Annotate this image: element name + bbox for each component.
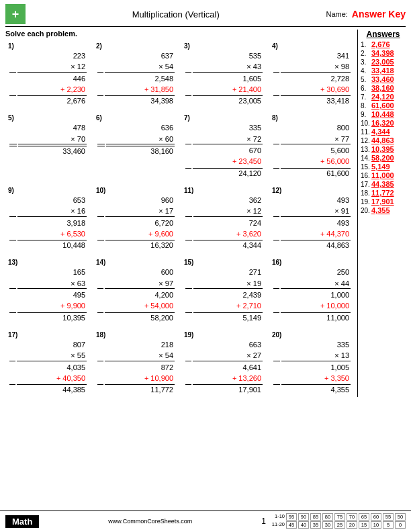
problems-grid: 1) 223 × 12 446 + 2,230 2,676 2) 637 × 5…	[5, 40, 355, 397]
answer-val: 2,676	[371, 40, 390, 48]
problem-2: 2) 637 × 54 2,548 + 31,850 34,398	[93, 40, 179, 108]
problem-5: 5) 478 × 70 33,460	[5, 112, 91, 180]
problem-3: 3) 535 × 43 1,605 + 21,400 23,005	[181, 40, 267, 108]
score-cell: 25	[334, 521, 345, 529]
problem-num-20: 20)	[272, 331, 281, 339]
answer-val: 38,160	[371, 84, 394, 92]
answer-item-13: 13.10,395	[361, 145, 406, 153]
answer-num: 8.	[361, 102, 370, 109]
answer-item-4: 4.33,418	[361, 66, 406, 75]
score-range-1-10: 1-10	[266, 513, 285, 521]
answer-num: 14.	[361, 154, 370, 162]
answer-val: 11,772	[371, 189, 394, 197]
footer-math-label: Math	[5, 515, 39, 528]
problem-num-14: 14)	[96, 259, 105, 266]
answer-val: 23,005	[371, 58, 394, 66]
answer-num: 3.	[361, 58, 370, 66]
answer-num: 13.	[361, 146, 370, 153]
problem-18: 18) 218 × 54 872 + 10,900 11,772	[93, 329, 179, 397]
problem-num-7: 7)	[184, 114, 190, 122]
answer-num: 1.	[361, 41, 370, 48]
problem-7: 7) 335 × 72 670 + 23,450 24,120	[181, 112, 267, 180]
footer-url: www.CommonCoreSheets.com	[39, 518, 261, 525]
answer-item-5: 5.33,460	[361, 75, 406, 83]
answer-item-14: 14.58,200	[361, 154, 406, 162]
answer-num: 19.	[361, 198, 370, 206]
score-cell: 70	[347, 513, 357, 521]
answer-item-2: 2.34,398	[361, 49, 406, 57]
score-cell: 85	[310, 513, 321, 521]
header: + Multiplication (Vertical) Name: Answer…	[5, 4, 406, 27]
answer-num: 7.	[361, 93, 370, 101]
instruction: Solve each problem.	[5, 30, 355, 38]
score-cell: 10	[371, 521, 381, 529]
answer-val: 10,395	[371, 145, 394, 153]
answer-item-12: 12.44,863	[361, 136, 406, 144]
problem-num-8: 8)	[272, 114, 278, 122]
score-cell: 15	[359, 521, 369, 529]
answer-val: 24,120	[371, 93, 394, 101]
score-cell: 20	[347, 521, 357, 529]
answer-item-8: 8.61,600	[361, 101, 406, 109]
problem-num-19: 19)	[184, 331, 193, 339]
score-cell: 75	[334, 513, 345, 521]
problem-num-11: 11)	[184, 187, 193, 194]
answer-num: 5.	[361, 76, 370, 83]
answer-num: 10.	[361, 120, 370, 127]
answer-val: 17,901	[371, 197, 394, 206]
problem-12: 12) 493 × 91 493 + 44,370 44,863	[269, 185, 355, 253]
answer-item-10: 10.16,320	[361, 119, 406, 127]
answer-item-17: 17.44,385	[361, 180, 406, 188]
problem-num-3: 3)	[184, 42, 190, 50]
answer-item-16: 16.11,000	[361, 171, 406, 179]
score-cell: 80	[322, 513, 333, 521]
answer-item-7: 7.24,120	[361, 93, 406, 101]
score-cell: 50	[395, 513, 406, 521]
score-cell: 30	[322, 521, 333, 529]
answer-panel: Answers 1.2,6762.34,3983.23,0054.33,4185…	[357, 30, 406, 397]
answer-item-19: 19.17,901	[361, 197, 406, 206]
page: + Multiplication (Vertical) Name: Answer…	[0, 0, 411, 532]
answer-val: 5,149	[371, 163, 390, 171]
problem-16: 16) 250 × 44 1,000 + 10,000 11,000	[269, 257, 355, 324]
problem-num-18: 18)	[96, 331, 105, 339]
answer-num: 17.	[361, 181, 370, 188]
problem-8: 8) 800 × 77 5,600 + 56,000 61,600	[269, 112, 355, 180]
answer-num: 15.	[361, 163, 370, 171]
problem-num-13: 13)	[8, 259, 17, 266]
problem-num-15: 15)	[184, 259, 193, 266]
answer-val: 4,355	[371, 206, 390, 214]
score-cell: 5	[383, 521, 394, 529]
problem-num-6: 6)	[96, 114, 102, 122]
problem-20: 20) 335 × 13 1,005 + 3,350 4,355	[269, 329, 355, 397]
answer-val: 44,863	[371, 136, 394, 144]
name-label: Name:	[326, 10, 347, 18]
footer: Math www.CommonCoreSheets.com 1 1-109590…	[0, 511, 411, 529]
answer-key-label: Answer Key	[352, 9, 406, 19]
problem-num-12: 12)	[272, 187, 281, 194]
answer-val: 34,398	[371, 49, 394, 57]
answer-item-20: 20.4,355	[361, 206, 406, 214]
answer-val: 44,385	[371, 180, 394, 188]
answers-title: Answers	[361, 30, 406, 39]
answer-num: 11.	[361, 128, 370, 136]
problem-11: 11) 362 × 12 724 + 3,620 4,344	[181, 185, 267, 253]
score-cell: 0	[395, 521, 406, 529]
answer-item-15: 15.5,149	[361, 163, 406, 171]
answer-num: 9.	[361, 111, 370, 118]
logo-icon: +	[5, 4, 26, 24]
answer-num: 2.	[361, 50, 370, 57]
answer-val: 16,320	[371, 119, 394, 127]
answer-item-1: 1.2,676	[361, 40, 406, 48]
problem-10: 10) 960 × 17 6,720 + 9,600 16,320	[93, 185, 179, 253]
problem-num-5: 5)	[8, 114, 14, 122]
score-cell: 95	[286, 513, 297, 521]
footer-scores: 1-109590858075706560555011-2045403530252…	[266, 513, 406, 529]
score-cell: 60	[371, 513, 381, 521]
problem-4: 4) 341 × 98 2,728 + 30,690 33,418	[269, 40, 355, 108]
answer-num: 6.	[361, 85, 370, 92]
answer-val: 11,000	[371, 171, 394, 179]
answer-item-9: 9.10,448	[361, 110, 406, 118]
score-cell: 90	[298, 513, 309, 521]
problem-num-1: 1)	[8, 42, 14, 50]
